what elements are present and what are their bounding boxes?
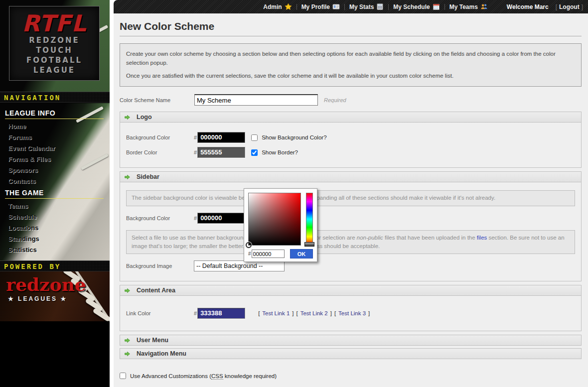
sidebar-item-statistics[interactable]: Statistics bbox=[5, 245, 110, 256]
test-link-3[interactable]: Test Link 3 bbox=[338, 310, 366, 316]
calendar-icon bbox=[433, 3, 440, 10]
sidebar-background-color-row: Background Color # 000000 bbox=[126, 212, 575, 224]
hash-prefix: # bbox=[194, 134, 197, 140]
section-header-sidebar[interactable]: Sidebar bbox=[120, 171, 582, 182]
section-header-content-area[interactable]: Content Area bbox=[120, 285, 582, 296]
sidebar-item-event-calendar[interactable]: Event Calendar bbox=[5, 143, 110, 154]
section-body-sidebar: The sidebar background color is viewable… bbox=[120, 182, 582, 281]
sidebar: RTFL REDZONE TOUCH FOOTBALL LEAGUE NAVIG… bbox=[0, 0, 110, 387]
bracket: ] bbox=[330, 310, 332, 316]
saturation-value-square[interactable] bbox=[248, 193, 301, 246]
bracket: [ bbox=[296, 310, 298, 316]
checkbox-label: Show Border? bbox=[262, 149, 298, 155]
redzone-leagues-logo: redzone bbox=[6, 274, 86, 294]
nav-section-the-game: THE GAME bbox=[5, 187, 104, 199]
link-color-swatch[interactable]: 333388 bbox=[197, 308, 245, 319]
bracket: ] bbox=[368, 310, 370, 316]
logo-border-color-row: Border Color # 555555 Show Border? bbox=[126, 146, 575, 158]
color-picker-popup: # OK bbox=[244, 188, 317, 262]
page-title: New Color Scheme bbox=[120, 20, 582, 36]
logout-button[interactable]: [ Logout ] bbox=[556, 3, 583, 10]
sidebar-background-color-swatch[interactable]: 000000 bbox=[197, 213, 245, 224]
note-emphasis: non-public bbox=[357, 235, 383, 241]
sidebar-item-locations[interactable]: Locations bbox=[5, 223, 110, 234]
topbar-item-my-schedule[interactable]: My Schedule bbox=[393, 3, 440, 10]
topbar-item-my-teams[interactable]: My Teams bbox=[449, 3, 488, 10]
bracket: [ bbox=[334, 310, 336, 316]
sidebar-item-forums[interactable]: Forums bbox=[5, 132, 110, 143]
sidebar-nav: LEAGUE INFO Home Forums Event Calendar F… bbox=[0, 103, 110, 260]
topbar-item-label: My Teams bbox=[449, 3, 478, 10]
checkbox-label: Show Background Color? bbox=[262, 134, 326, 140]
section-title: Navigation Menu bbox=[137, 350, 186, 357]
topbar-item-label: My Schedule bbox=[393, 3, 430, 10]
files-link[interactable]: files bbox=[477, 235, 487, 241]
scheme-name-input[interactable] bbox=[194, 94, 318, 106]
scheme-name-row: Color Scheme Name Required bbox=[120, 94, 582, 106]
advanced-customizations-checkbox[interactable] bbox=[120, 373, 126, 379]
logo-border-color-swatch[interactable]: 555555 bbox=[197, 147, 245, 158]
hue-slider[interactable] bbox=[306, 193, 313, 246]
calculator-icon bbox=[376, 3, 384, 10]
logout-label: Logout bbox=[559, 3, 580, 10]
section-header-logo[interactable]: Logo bbox=[120, 112, 582, 123]
background-image-row: Background Image -- Default Background -… bbox=[126, 260, 575, 272]
redzone-leagues-sub: ★ LEAGUES ★ bbox=[8, 295, 67, 302]
league-logo-line: LEAGUE bbox=[33, 65, 75, 75]
topbar-divider bbox=[388, 4, 389, 10]
sidebar-item-standings[interactable]: Standings bbox=[5, 234, 110, 245]
hue-slider-handle[interactable] bbox=[304, 242, 314, 247]
logo-background-color-swatch[interactable]: 000000 bbox=[197, 132, 245, 143]
show-border-checkbox[interactable] bbox=[251, 149, 258, 156]
advanced-label: Use Advanced Customizations (CSS knowled… bbox=[130, 373, 277, 379]
bracket: ] bbox=[292, 310, 294, 316]
sidebar-note: The sidebar background color is viewable… bbox=[126, 190, 575, 206]
section-title: User Menu bbox=[137, 337, 168, 344]
section-title: Sidebar bbox=[137, 173, 159, 180]
sidebar-item-sponsors[interactable]: Sponsors bbox=[5, 165, 110, 176]
layout-gutter bbox=[110, 0, 114, 387]
section-body-content-area: Link Color # 333388 [ Test Link 1 ] [ Te… bbox=[120, 296, 582, 331]
topbar-item-my-stats[interactable]: My Stats bbox=[349, 3, 384, 10]
sidebar-item-schedule[interactable]: Schedule bbox=[5, 212, 110, 223]
sidebar-item-teams[interactable]: Teams bbox=[5, 201, 110, 212]
section-body-logo: Background Color # 000000 Show Backgroun… bbox=[120, 123, 582, 168]
field-label: Background Color bbox=[126, 134, 194, 140]
sidebar-item-forms-files[interactable]: Forms & Files bbox=[5, 154, 110, 165]
field-label: Background Image bbox=[126, 263, 194, 269]
topbar-item-admin[interactable]: Admin bbox=[263, 3, 292, 10]
color-cursor[interactable] bbox=[246, 242, 252, 248]
green-arrow-icon bbox=[124, 174, 131, 180]
navigation-banner: NAVIGATION bbox=[0, 92, 110, 103]
logo-background-color-row: Background Color # 000000 Show Backgroun… bbox=[126, 131, 575, 143]
ok-button[interactable]: OK bbox=[290, 249, 313, 258]
green-arrow-icon bbox=[124, 114, 131, 121]
star-icon bbox=[285, 3, 292, 10]
test-links: [ Test Link 1 ] [ Test Link 2 ] [ Test L… bbox=[258, 310, 370, 316]
link-color-row: Link Color # 333388 [ Test Link 1 ] [ Te… bbox=[126, 305, 575, 322]
topbar: Admin My Profile My Stats My Schedule My… bbox=[114, 0, 588, 13]
powered-by-banner: POWERED BY bbox=[0, 260, 110, 271]
test-link-1[interactable]: Test Link 1 bbox=[262, 310, 290, 316]
section-header-user-menu[interactable]: User Menu bbox=[120, 335, 582, 346]
test-link-2[interactable]: Test Link 2 bbox=[300, 310, 328, 316]
background-image-select[interactable]: -- Default Background -- bbox=[194, 260, 285, 271]
topbar-divider bbox=[344, 4, 345, 10]
show-background-color-checkbox[interactable] bbox=[251, 134, 258, 141]
intro-paragraph: Once you are satisfied with the current … bbox=[126, 72, 575, 81]
nav-section-league-info: LEAGUE INFO bbox=[5, 107, 104, 119]
advanced-label-pre: Use Advanced Customizations ( bbox=[130, 373, 211, 379]
league-logo-line: REDZONE bbox=[29, 35, 80, 45]
section-header-navigation-menu[interactable]: Navigation Menu bbox=[120, 348, 582, 359]
topbar-item-my-profile[interactable]: My Profile bbox=[301, 3, 340, 10]
field-label: Border Color bbox=[126, 149, 194, 155]
note-text: files that have been uploaded in the bbox=[383, 235, 477, 241]
sidebar-item-home[interactable]: Home bbox=[5, 121, 110, 132]
advanced-label-post: knowledge required) bbox=[223, 373, 277, 379]
sidebar-item-contacts[interactable]: Contacts bbox=[5, 176, 110, 187]
green-arrow-icon bbox=[124, 337, 131, 344]
bracket: ] bbox=[582, 3, 583, 10]
hex-color-input[interactable] bbox=[252, 250, 285, 258]
topbar-divider bbox=[444, 4, 445, 10]
green-arrow-icon bbox=[124, 287, 131, 294]
